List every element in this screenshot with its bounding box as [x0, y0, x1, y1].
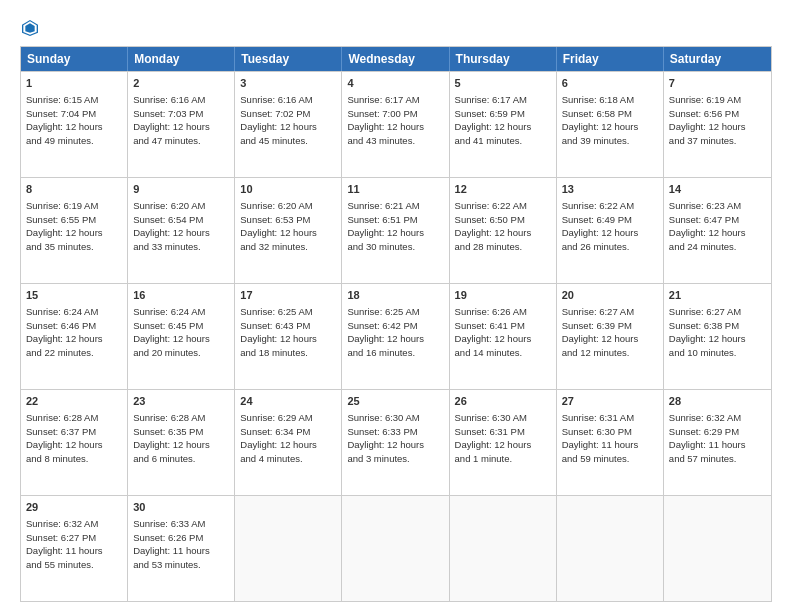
calendar-week-1: 1Sunrise: 6:15 AM Sunset: 7:04 PM Daylig… [21, 71, 771, 177]
calendar: SundayMondayTuesdayWednesdayThursdayFrid… [20, 46, 772, 602]
day-info: Sunrise: 6:22 AM Sunset: 6:50 PM Dayligh… [455, 200, 532, 252]
day-number: 26 [455, 394, 551, 410]
day-info: Sunrise: 6:30 AM Sunset: 6:33 PM Dayligh… [347, 412, 424, 464]
day-number: 18 [347, 288, 443, 304]
empty-cell [557, 496, 664, 601]
header-row [20, 18, 772, 38]
day-number: 19 [455, 288, 551, 304]
day-number: 11 [347, 182, 443, 198]
day-number: 2 [133, 76, 229, 92]
day-cell-29: 29Sunrise: 6:32 AM Sunset: 6:27 PM Dayli… [21, 496, 128, 601]
day-info: Sunrise: 6:16 AM Sunset: 7:02 PM Dayligh… [240, 94, 317, 146]
day-cell-17: 17Sunrise: 6:25 AM Sunset: 6:43 PM Dayli… [235, 284, 342, 389]
day-info: Sunrise: 6:32 AM Sunset: 6:29 PM Dayligh… [669, 412, 746, 464]
empty-cell [235, 496, 342, 601]
header-day-sunday: Sunday [21, 47, 128, 71]
header-day-saturday: Saturday [664, 47, 771, 71]
day-number: 5 [455, 76, 551, 92]
day-number: 6 [562, 76, 658, 92]
day-info: Sunrise: 6:26 AM Sunset: 6:41 PM Dayligh… [455, 306, 532, 358]
empty-cell [450, 496, 557, 601]
day-number: 7 [669, 76, 766, 92]
day-cell-30: 30Sunrise: 6:33 AM Sunset: 6:26 PM Dayli… [128, 496, 235, 601]
day-number: 28 [669, 394, 766, 410]
day-info: Sunrise: 6:33 AM Sunset: 6:26 PM Dayligh… [133, 518, 210, 570]
calendar-header: SundayMondayTuesdayWednesdayThursdayFrid… [21, 47, 771, 71]
day-number: 9 [133, 182, 229, 198]
day-cell-23: 23Sunrise: 6:28 AM Sunset: 6:35 PM Dayli… [128, 390, 235, 495]
calendar-week-5: 29Sunrise: 6:32 AM Sunset: 6:27 PM Dayli… [21, 495, 771, 601]
day-cell-25: 25Sunrise: 6:30 AM Sunset: 6:33 PM Dayli… [342, 390, 449, 495]
day-info: Sunrise: 6:19 AM Sunset: 6:56 PM Dayligh… [669, 94, 746, 146]
day-info: Sunrise: 6:17 AM Sunset: 7:00 PM Dayligh… [347, 94, 424, 146]
day-number: 24 [240, 394, 336, 410]
day-cell-8: 8Sunrise: 6:19 AM Sunset: 6:55 PM Daylig… [21, 178, 128, 283]
day-number: 12 [455, 182, 551, 198]
day-number: 8 [26, 182, 122, 198]
day-cell-7: 7Sunrise: 6:19 AM Sunset: 6:56 PM Daylig… [664, 72, 771, 177]
day-cell-2: 2Sunrise: 6:16 AM Sunset: 7:03 PM Daylig… [128, 72, 235, 177]
day-info: Sunrise: 6:20 AM Sunset: 6:54 PM Dayligh… [133, 200, 210, 252]
day-number: 3 [240, 76, 336, 92]
day-number: 13 [562, 182, 658, 198]
header-day-thursday: Thursday [450, 47, 557, 71]
day-cell-3: 3Sunrise: 6:16 AM Sunset: 7:02 PM Daylig… [235, 72, 342, 177]
day-cell-12: 12Sunrise: 6:22 AM Sunset: 6:50 PM Dayli… [450, 178, 557, 283]
day-cell-6: 6Sunrise: 6:18 AM Sunset: 6:58 PM Daylig… [557, 72, 664, 177]
day-info: Sunrise: 6:24 AM Sunset: 6:45 PM Dayligh… [133, 306, 210, 358]
calendar-body: 1Sunrise: 6:15 AM Sunset: 7:04 PM Daylig… [21, 71, 771, 601]
day-number: 16 [133, 288, 229, 304]
day-cell-4: 4Sunrise: 6:17 AM Sunset: 7:00 PM Daylig… [342, 72, 449, 177]
empty-cell [342, 496, 449, 601]
day-number: 15 [26, 288, 122, 304]
logo [20, 18, 44, 38]
header-day-friday: Friday [557, 47, 664, 71]
calendar-week-2: 8Sunrise: 6:19 AM Sunset: 6:55 PM Daylig… [21, 177, 771, 283]
day-number: 23 [133, 394, 229, 410]
header-day-monday: Monday [128, 47, 235, 71]
day-info: Sunrise: 6:21 AM Sunset: 6:51 PM Dayligh… [347, 200, 424, 252]
day-number: 4 [347, 76, 443, 92]
day-info: Sunrise: 6:24 AM Sunset: 6:46 PM Dayligh… [26, 306, 103, 358]
day-info: Sunrise: 6:32 AM Sunset: 6:27 PM Dayligh… [26, 518, 103, 570]
calendar-week-4: 22Sunrise: 6:28 AM Sunset: 6:37 PM Dayli… [21, 389, 771, 495]
day-number: 30 [133, 500, 229, 516]
day-cell-21: 21Sunrise: 6:27 AM Sunset: 6:38 PM Dayli… [664, 284, 771, 389]
day-number: 20 [562, 288, 658, 304]
day-info: Sunrise: 6:23 AM Sunset: 6:47 PM Dayligh… [669, 200, 746, 252]
day-cell-16: 16Sunrise: 6:24 AM Sunset: 6:45 PM Dayli… [128, 284, 235, 389]
day-info: Sunrise: 6:20 AM Sunset: 6:53 PM Dayligh… [240, 200, 317, 252]
day-number: 29 [26, 500, 122, 516]
day-info: Sunrise: 6:28 AM Sunset: 6:35 PM Dayligh… [133, 412, 210, 464]
day-info: Sunrise: 6:17 AM Sunset: 6:59 PM Dayligh… [455, 94, 532, 146]
day-info: Sunrise: 6:27 AM Sunset: 6:39 PM Dayligh… [562, 306, 639, 358]
page: SundayMondayTuesdayWednesdayThursdayFrid… [0, 0, 792, 612]
day-cell-13: 13Sunrise: 6:22 AM Sunset: 6:49 PM Dayli… [557, 178, 664, 283]
day-number: 21 [669, 288, 766, 304]
day-cell-15: 15Sunrise: 6:24 AM Sunset: 6:46 PM Dayli… [21, 284, 128, 389]
day-number: 10 [240, 182, 336, 198]
day-cell-22: 22Sunrise: 6:28 AM Sunset: 6:37 PM Dayli… [21, 390, 128, 495]
day-info: Sunrise: 6:25 AM Sunset: 6:42 PM Dayligh… [347, 306, 424, 358]
day-number: 25 [347, 394, 443, 410]
day-cell-24: 24Sunrise: 6:29 AM Sunset: 6:34 PM Dayli… [235, 390, 342, 495]
day-cell-18: 18Sunrise: 6:25 AM Sunset: 6:42 PM Dayli… [342, 284, 449, 389]
day-cell-1: 1Sunrise: 6:15 AM Sunset: 7:04 PM Daylig… [21, 72, 128, 177]
day-number: 1 [26, 76, 122, 92]
day-cell-20: 20Sunrise: 6:27 AM Sunset: 6:39 PM Dayli… [557, 284, 664, 389]
day-cell-28: 28Sunrise: 6:32 AM Sunset: 6:29 PM Dayli… [664, 390, 771, 495]
day-cell-26: 26Sunrise: 6:30 AM Sunset: 6:31 PM Dayli… [450, 390, 557, 495]
day-cell-9: 9Sunrise: 6:20 AM Sunset: 6:54 PM Daylig… [128, 178, 235, 283]
day-info: Sunrise: 6:15 AM Sunset: 7:04 PM Dayligh… [26, 94, 103, 146]
day-info: Sunrise: 6:18 AM Sunset: 6:58 PM Dayligh… [562, 94, 639, 146]
day-info: Sunrise: 6:16 AM Sunset: 7:03 PM Dayligh… [133, 94, 210, 146]
logo-icon [20, 18, 40, 38]
empty-cell [664, 496, 771, 601]
day-info: Sunrise: 6:29 AM Sunset: 6:34 PM Dayligh… [240, 412, 317, 464]
day-info: Sunrise: 6:19 AM Sunset: 6:55 PM Dayligh… [26, 200, 103, 252]
calendar-week-3: 15Sunrise: 6:24 AM Sunset: 6:46 PM Dayli… [21, 283, 771, 389]
day-number: 17 [240, 288, 336, 304]
day-cell-14: 14Sunrise: 6:23 AM Sunset: 6:47 PM Dayli… [664, 178, 771, 283]
day-info: Sunrise: 6:25 AM Sunset: 6:43 PM Dayligh… [240, 306, 317, 358]
day-info: Sunrise: 6:31 AM Sunset: 6:30 PM Dayligh… [562, 412, 639, 464]
